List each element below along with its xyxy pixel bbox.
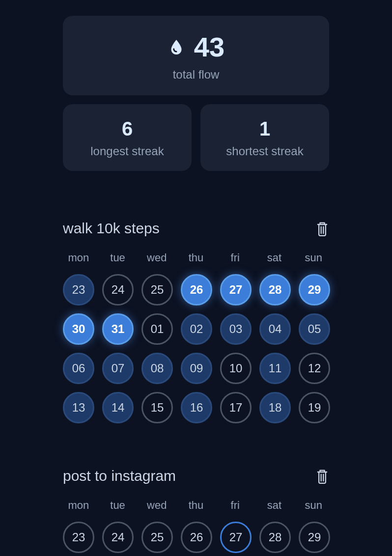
day-cell[interactable]: 26: [181, 522, 212, 553]
calendar-grid: 23242526272829: [63, 522, 329, 553]
day-label: fri: [220, 499, 251, 512]
day-label: tue: [102, 251, 134, 264]
habit-section: walk 10k stepsmontuewedthufrisatsun23242…: [63, 220, 329, 423]
habit-section: post to instagrammontuewedthufrisatsun23…: [63, 468, 329, 553]
drop-icon: [168, 38, 185, 56]
day-cell[interactable]: 17: [220, 392, 252, 423]
day-cell[interactable]: 03: [220, 313, 252, 345]
day-cell[interactable]: 23: [63, 522, 94, 553]
day-cell[interactable]: 15: [141, 392, 173, 423]
day-label: sun: [298, 251, 329, 264]
day-cell[interactable]: 02: [181, 313, 212, 345]
day-cell[interactable]: 27: [220, 522, 252, 553]
longest-streak-label: longest streak: [75, 144, 180, 158]
day-cell[interactable]: 05: [299, 313, 330, 345]
day-cell[interactable]: 11: [259, 353, 291, 384]
shortest-streak-value: 1: [212, 119, 317, 139]
day-cell[interactable]: 12: [299, 353, 330, 384]
day-cell[interactable]: 28: [259, 274, 291, 306]
day-cell[interactable]: 23: [63, 274, 94, 306]
day-cell[interactable]: 08: [141, 353, 173, 384]
total-flow-value: 43: [194, 33, 224, 61]
trash-icon[interactable]: [315, 221, 329, 236]
shortest-streak-card: 1 shortest streak: [200, 104, 329, 171]
day-cell[interactable]: 10: [220, 353, 252, 384]
day-cell[interactable]: 25: [141, 522, 173, 553]
day-cell[interactable]: 28: [259, 522, 291, 553]
day-cell[interactable]: 29: [299, 274, 330, 306]
day-label: mon: [63, 251, 94, 264]
day-label: tue: [102, 499, 134, 512]
day-cell[interactable]: 26: [181, 274, 212, 306]
day-cell[interactable]: 19: [299, 392, 330, 423]
longest-streak-value: 6: [75, 119, 180, 139]
day-cell[interactable]: 24: [102, 274, 134, 306]
day-cell[interactable]: 09: [181, 353, 212, 384]
day-cell[interactable]: 14: [102, 392, 134, 423]
day-label: wed: [141, 499, 172, 512]
day-cell[interactable]: 01: [141, 313, 173, 345]
day-cell[interactable]: 07: [102, 353, 134, 384]
day-cell[interactable]: 04: [259, 313, 291, 345]
day-cell[interactable]: 25: [141, 274, 173, 306]
habit-header: walk 10k steps: [63, 220, 329, 237]
shortest-streak-label: shortest streak: [212, 144, 317, 158]
total-flow-label: total flow: [75, 68, 317, 82]
day-label: sat: [259, 251, 290, 264]
day-labels-row: montuewedthufrisatsun: [63, 499, 329, 512]
total-flow-card: 43 total flow: [63, 16, 329, 95]
trash-icon[interactable]: [315, 468, 329, 484]
day-cell[interactable]: 24: [102, 522, 134, 553]
day-cell[interactable]: 13: [63, 392, 94, 423]
day-label: thu: [180, 251, 212, 264]
day-cell[interactable]: 27: [220, 274, 252, 306]
day-label: fri: [220, 251, 251, 264]
habit-header: post to instagram: [63, 468, 329, 484]
day-labels-row: montuewedthufrisatsun: [63, 251, 329, 264]
calendar-grid: 2324252627282930310102030405060708091011…: [63, 274, 329, 423]
habit-title: post to instagram: [63, 468, 176, 484]
day-label: thu: [180, 499, 212, 512]
day-label: wed: [141, 251, 172, 264]
day-cell[interactable]: 29: [299, 522, 330, 553]
day-cell[interactable]: 30: [63, 313, 94, 345]
day-label: sat: [259, 499, 290, 512]
longest-streak-card: 6 longest streak: [63, 104, 192, 171]
day-cell[interactable]: 18: [259, 392, 291, 423]
day-cell[interactable]: 06: [63, 353, 94, 384]
day-cell[interactable]: 31: [102, 313, 134, 345]
day-cell[interactable]: 16: [181, 392, 212, 423]
habit-title: walk 10k steps: [63, 220, 160, 237]
day-label: sun: [298, 499, 329, 512]
day-label: mon: [63, 499, 94, 512]
